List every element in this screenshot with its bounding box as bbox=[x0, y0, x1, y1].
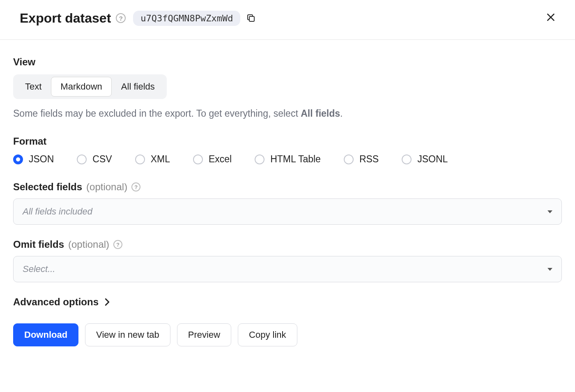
help-icon[interactable]: ? bbox=[113, 240, 122, 249]
dialog-header: Export dataset ? u7Q3fQGMN8PwZxmWd bbox=[0, 0, 575, 40]
radio-icon bbox=[13, 154, 23, 164]
view-hint-text: Some fields may be excluded in the expor… bbox=[13, 108, 301, 119]
omit-fields-label: Omit fields bbox=[13, 239, 64, 250]
svg-rect-0 bbox=[249, 16, 254, 21]
format-option-xml[interactable]: XML bbox=[135, 154, 170, 165]
format-option-html-table[interactable]: HTML Table bbox=[255, 154, 321, 165]
dialog-body: View Text Markdown All fields Some field… bbox=[0, 40, 575, 363]
download-button[interactable]: Download bbox=[13, 323, 78, 346]
selected-fields-label-row: Selected fields (optional) ? bbox=[13, 181, 562, 193]
selected-fields-select[interactable]: All fields included bbox=[13, 198, 562, 225]
dialog-title: Export dataset bbox=[20, 11, 111, 26]
select-placeholder: Select... bbox=[23, 264, 55, 274]
format-option-label: HTML Table bbox=[270, 154, 321, 165]
optional-text: (optional) bbox=[86, 181, 127, 193]
radio-icon bbox=[193, 154, 203, 164]
format-label: Format bbox=[13, 136, 562, 147]
format-option-excel[interactable]: Excel bbox=[193, 154, 232, 165]
format-option-label: RSS bbox=[359, 154, 379, 165]
selected-fields-label: Selected fields bbox=[13, 181, 82, 193]
omit-fields-select[interactable]: Select... bbox=[13, 256, 562, 282]
radio-icon bbox=[344, 154, 354, 164]
format-option-jsonl[interactable]: JSONL bbox=[402, 154, 448, 165]
view-hint-strong: All fields bbox=[301, 108, 340, 119]
chevron-down-icon bbox=[547, 210, 552, 213]
format-radio-group: JSON CSV XML Excel HTML Table RSS JSONL bbox=[13, 154, 562, 165]
format-option-json[interactable]: JSON bbox=[13, 154, 54, 165]
optional-text: (optional) bbox=[68, 239, 109, 250]
help-icon[interactable]: ? bbox=[131, 182, 140, 191]
format-option-rss[interactable]: RSS bbox=[344, 154, 379, 165]
view-option-text[interactable]: Text bbox=[16, 77, 51, 97]
view-hint: Some fields may be excluded in the expor… bbox=[13, 108, 562, 119]
copy-link-button[interactable]: Copy link bbox=[238, 323, 297, 346]
radio-icon bbox=[77, 154, 87, 164]
view-option-all-fields[interactable]: All fields bbox=[112, 77, 164, 97]
copy-icon[interactable] bbox=[246, 13, 256, 23]
format-option-label: CSV bbox=[92, 154, 112, 165]
radio-icon bbox=[402, 154, 412, 164]
format-option-label: Excel bbox=[209, 154, 232, 165]
radio-icon bbox=[135, 154, 145, 164]
view-hint-suffix: . bbox=[340, 108, 343, 119]
radio-icon bbox=[255, 154, 264, 164]
close-icon[interactable] bbox=[543, 9, 559, 27]
view-option-markdown[interactable]: Markdown bbox=[51, 77, 111, 97]
advanced-options-label: Advanced options bbox=[13, 296, 99, 308]
view-label: View bbox=[13, 56, 562, 68]
action-buttons: Download View in new tab Preview Copy li… bbox=[13, 323, 562, 346]
format-option-label: XML bbox=[151, 154, 170, 165]
preview-button[interactable]: Preview bbox=[177, 323, 231, 346]
dataset-id-badge: u7Q3fQGMN8PwZxmWd bbox=[133, 11, 240, 26]
format-option-csv[interactable]: CSV bbox=[77, 154, 112, 165]
chevron-right-icon bbox=[104, 298, 110, 306]
advanced-options-toggle[interactable]: Advanced options bbox=[13, 296, 562, 308]
format-option-label: JSON bbox=[29, 154, 54, 165]
chevron-down-icon bbox=[547, 268, 552, 271]
help-icon[interactable]: ? bbox=[116, 13, 126, 23]
view-toggle-group: Text Markdown All fields bbox=[13, 74, 167, 99]
omit-fields-label-row: Omit fields (optional) ? bbox=[13, 239, 562, 250]
select-placeholder: All fields included bbox=[23, 206, 92, 217]
format-option-label: JSONL bbox=[417, 154, 448, 165]
view-new-tab-button[interactable]: View in new tab bbox=[85, 323, 170, 346]
